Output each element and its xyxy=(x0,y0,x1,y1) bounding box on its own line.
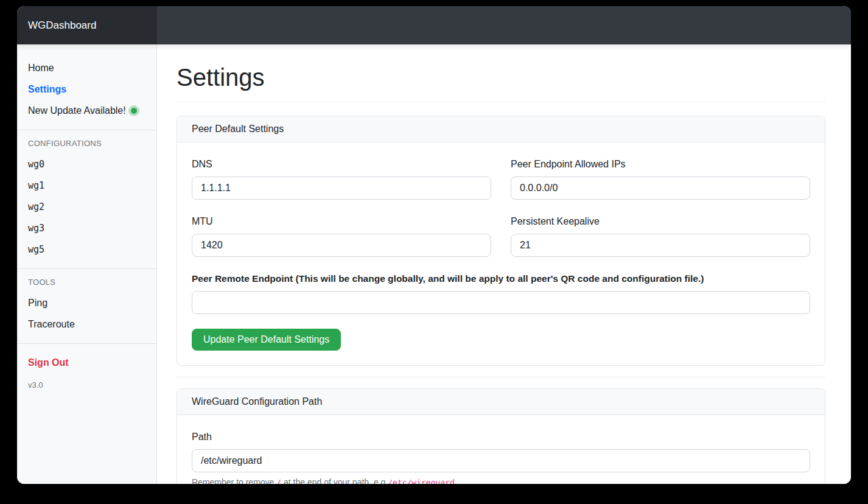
sidebar-item-wg0[interactable]: wg0 xyxy=(28,154,145,175)
wireguard-path-header: WireGuard Configuration Path xyxy=(177,389,825,415)
navbar-spacer xyxy=(157,6,851,44)
allowed-ips-field-group: Peer Endpoint Allowed IPs xyxy=(511,157,810,200)
remote-endpoint-input[interactable] xyxy=(192,291,810,314)
title-divider xyxy=(177,102,825,102)
page-title: Settings xyxy=(177,63,825,92)
dns-label: DNS xyxy=(192,157,491,172)
sidebar-item-settings-label: Settings xyxy=(28,84,66,95)
sidebar-item-ping[interactable]: Ping xyxy=(28,293,145,313)
tools-section-title: TOOLS xyxy=(28,278,145,287)
cards-divider xyxy=(177,377,825,377)
sidebar-item-wg3[interactable]: wg3 xyxy=(28,218,145,239)
remote-endpoint-field-group: Peer Remote Endpoint (This will be chang… xyxy=(192,271,810,314)
allowed-ips-label: Peer Endpoint Allowed IPs xyxy=(511,157,810,172)
update-available-dot-icon xyxy=(131,108,137,114)
sidebar: Home Settings New Update Available! CONF… xyxy=(17,44,157,484)
path-helper-code-slash: / xyxy=(276,478,281,484)
main-content: Settings Peer Default Settings DNS Peer … xyxy=(157,44,851,484)
sidebar-item-settings[interactable]: Settings xyxy=(28,79,145,100)
path-label: Path xyxy=(192,430,810,444)
app-window: WGDashboard Home Settings New Update Ava… xyxy=(17,6,851,484)
peer-default-settings-header: Peer Default Settings xyxy=(177,116,825,142)
sign-out-link[interactable]: Sign Out xyxy=(28,352,145,373)
dns-input[interactable] xyxy=(192,177,491,200)
sidebar-divider xyxy=(17,343,156,344)
sidebar-divider xyxy=(17,268,156,269)
sidebar-item-update-label: New Update Available! xyxy=(28,105,126,116)
peer-default-settings-card: Peer Default Settings DNS Peer Endpoint … xyxy=(177,116,825,366)
path-input[interactable] xyxy=(192,449,810,472)
allowed-ips-input[interactable] xyxy=(511,177,810,200)
mtu-input[interactable] xyxy=(192,234,491,257)
path-helper-part2: at the end of your path. e.g xyxy=(281,477,388,484)
app-version: v3.0 xyxy=(28,380,145,390)
app-brand[interactable]: WGDashboard xyxy=(28,19,96,32)
path-helper-code-example: /etc/wireguard xyxy=(388,478,455,484)
sidebar-item-update[interactable]: New Update Available! xyxy=(28,100,145,121)
update-peer-defaults-button[interactable]: Update Peer Default Settings xyxy=(192,329,341,351)
sidebar-item-traceroute[interactable]: Traceroute xyxy=(28,314,145,335)
keepalive-field-group: Persistent Keepalive xyxy=(511,214,810,257)
brand-area: WGDashboard xyxy=(17,6,157,44)
sidebar-item-wg2[interactable]: wg2 xyxy=(28,197,145,217)
mtu-label: MTU xyxy=(192,214,491,229)
remote-endpoint-label: Peer Remote Endpoint (This will be chang… xyxy=(192,271,810,286)
sidebar-item-home[interactable]: Home xyxy=(28,58,145,79)
path-field-group: Path Remember to remove / at the end of … xyxy=(192,430,810,484)
configurations-section-title: CONFIGURATIONS xyxy=(28,139,145,148)
sidebar-item-home-label: Home xyxy=(28,63,54,74)
path-helper-part1: Remember to remove xyxy=(192,477,276,484)
sidebar-item-wg1[interactable]: wg1 xyxy=(28,175,145,196)
sidebar-item-wg5[interactable]: wg5 xyxy=(28,239,145,260)
mtu-field-group: MTU xyxy=(192,214,491,257)
wireguard-path-card: WireGuard Configuration Path Path Rememb… xyxy=(177,388,825,484)
top-navbar: WGDashboard xyxy=(17,6,851,44)
sidebar-divider xyxy=(17,130,156,130)
keepalive-input[interactable] xyxy=(511,234,810,257)
keepalive-label: Persistent Keepalive xyxy=(511,214,810,229)
path-helper-text: Remember to remove / at the end of your … xyxy=(192,477,810,484)
dns-field-group: DNS xyxy=(192,157,491,200)
